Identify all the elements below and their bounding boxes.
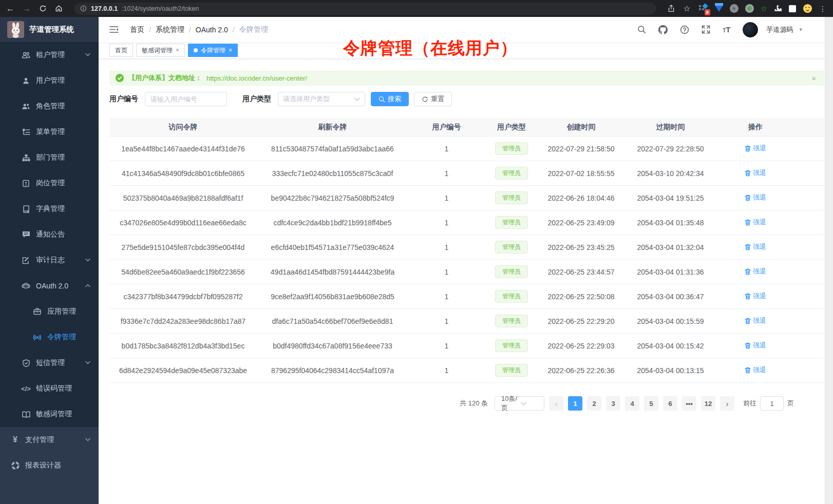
force-logout-button[interactable]: 强退 [745,341,766,350]
reload-icon[interactable] [39,5,47,12]
refresh-token: cdfc4ce9c2da4bb1bdf21b9918ff4be5 [257,219,408,227]
sidebar-item-post[interactable]: 岗位管理 [0,170,99,196]
sidebar-item-audit[interactable]: 审计日志 [0,247,99,273]
sidebar-item-oauth-token[interactable]: A 令牌管理 [0,324,99,350]
force-logout-button[interactable]: 强退 [745,365,766,375]
sidebar-item-menu[interactable]: 菜单管理 [0,119,99,145]
fullscreen-icon[interactable] [697,25,714,34]
dot-extension-icon[interactable] [745,4,754,13]
success-check-icon [116,74,124,82]
tab-token-management[interactable]: 令牌管理 × [188,44,238,57]
force-logout-button[interactable]: 强退 [745,316,766,325]
back-icon[interactable]: ← [6,5,14,13]
reset-button[interactable]: 重置 [414,92,452,106]
user-caret-icon[interactable]: ▾ [799,26,802,33]
expire-time: 2022-07-29 22:28:50 [624,145,717,153]
close-icon[interactable]: × [811,74,816,83]
svg-text:A: A [36,335,39,340]
sidebar-item-dept[interactable]: 部门管理 [0,145,99,170]
site-info-icon[interactable] [80,5,87,12]
split-screen-icon[interactable] [789,5,796,12]
sidebar-item-sms[interactable]: 短信管理 [0,350,99,376]
force-logout-button[interactable]: 强退 [745,267,766,276]
search-button[interactable]: 搜索 [371,92,409,106]
sidebar-item-label: OAuth 2.0 [36,282,68,290]
page-button[interactable]: 5 [644,396,658,411]
sidebar-item-errcode[interactable]: </> 错误码管理 [0,376,99,401]
user-icon [22,77,30,85]
search-icon[interactable] [633,25,650,34]
prev-page-button[interactable]: ‹ [549,396,563,411]
filter-form: 用户编号 用户类型 请选择用户类型 搜索 重置 [109,92,833,106]
emoji-extension-icon[interactable] [803,4,812,13]
user-type-select[interactable]: 请选择用户类型 [278,92,365,106]
more-pages-icon[interactable]: ••• [682,396,696,411]
main-area: 首页 / 系统管理 / OAuth 2.0 / 令牌管理 [99,17,833,504]
tab-home[interactable]: 首页 [109,44,133,57]
force-logout-button[interactable]: 强退 [745,144,766,153]
extension-grid-icon[interactable]: 9 [699,4,708,13]
help-icon[interactable] [676,25,693,34]
close-icon[interactable]: × [176,47,179,54]
refresh-token: 49d1aa46d1454fbd87591444423be9fa [257,268,408,276]
sidebar-item-notice[interactable]: 通知公告 [0,222,99,247]
refresh-token: 9ce8ef2aa9f14056b831ae9b608e28d5 [257,293,408,301]
breadcrumb-oauth[interactable]: OAuth 2.0 [196,26,228,34]
url-host: 127.0.0.1 [91,5,118,12]
sidebar-item-tenant[interactable]: 租户管理 [0,42,99,68]
page-button[interactable]: 2 [587,396,601,411]
sidebar-item-oauth[interactable]: OAuth 2.0 [0,273,99,299]
page-size-select[interactable]: 10条/页 [495,396,544,411]
page-button[interactable]: 3 [606,396,620,411]
created-time: 2022-07-02 18:55:55 [538,169,624,178]
page-button[interactable]: 12 [701,396,715,411]
bookmark-star-icon[interactable]: ☆ [683,5,690,13]
sidebar-item-label: 令牌管理 [47,333,76,342]
sidebar-item-dict[interactable]: 字典管理 [0,196,99,222]
page-scrollbar[interactable] [825,17,833,504]
url-bar[interactable]: 127.0.0.1:1024/system/oauth2/token [74,3,656,15]
avatar[interactable] [743,22,758,37]
tab-sensitive-words[interactable]: 敏感词管理 × [136,44,185,57]
forward-icon[interactable]: → [23,5,31,13]
page-button[interactable]: 4 [625,396,639,411]
collapse-sidebar-icon[interactable] [106,26,122,33]
gem-extension-icon[interactable] [715,5,723,12]
user-name[interactable]: 芋道源码 [766,25,793,34]
browser-menu-icon[interactable]: ⋮ [819,5,827,13]
page-button[interactable]: 1 [568,396,582,411]
doc-link[interactable]: https://doc.iocoder.cn/user-center/ [206,74,307,82]
sidebar-item-user[interactable]: 用户管理 [0,68,99,93]
share-icon[interactable] [668,5,675,12]
sidebar-item-report-designer[interactable]: 报表设计器 [0,453,99,478]
github-icon[interactable] [654,25,672,34]
tab-label: 令牌管理 [201,46,225,55]
font-size-icon[interactable]: TT [718,25,734,34]
star-extension-icon[interactable]: ☆ [761,5,767,12]
breadcrumb-separator: / [233,26,235,34]
puzzle-extensions-icon[interactable] [774,5,782,13]
force-logout-button[interactable]: 强退 [745,168,766,178]
breadcrumb-system[interactable]: 系统管理 [156,25,184,34]
sidebar-item-role[interactable]: 角色管理 [0,93,99,119]
gray-extension-icon[interactable]: ✳ [730,4,739,13]
table-row: b0d1785bc3a8482f812db4a3f3bd15ec b0df498… [109,334,824,358]
sidebar-item-sensitive[interactable]: 敏感词管理 [0,401,99,427]
home-icon[interactable] [55,5,63,12]
user-id-input[interactable] [145,92,227,106]
user-id: 1 [408,268,485,276]
force-logout-button[interactable]: 强退 [745,193,766,202]
app-logo-bar[interactable]: 芋道管理系统 [0,17,99,42]
goto-page-input[interactable] [760,396,784,411]
next-page-button[interactable]: › [720,396,734,411]
force-logout-button[interactable]: 强退 [745,242,766,251]
force-logout-button[interactable]: 强退 [745,218,766,227]
page-button[interactable]: 6 [663,396,677,411]
breadcrumb-home[interactable]: 首页 [130,25,144,34]
sidebar-item-pay[interactable]: ¥ 支付管理 [0,427,99,453]
force-logout-button[interactable]: 强退 [745,292,766,301]
close-icon[interactable]: × [229,47,232,54]
created-time: 2022-06-25 22:26:36 [538,366,624,375]
sidebar-item-oauth-app[interactable]: 应用管理 [0,299,99,324]
trash-icon [745,145,751,152]
